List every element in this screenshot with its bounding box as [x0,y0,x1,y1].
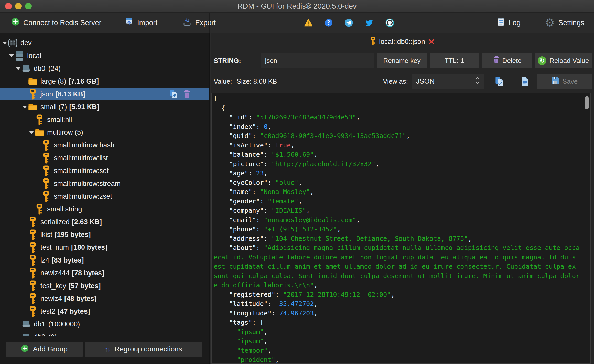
panel-splitter[interactable] [209,33,211,364]
tree-item-small-multirow-stream[interactable]: small:multirow:stream [0,177,209,190]
key-icon [28,267,37,279]
import-icon [125,18,133,28]
tree-item-small-7-[interactable]: small (7)[5.91 KB] [0,100,209,113]
ttl-button[interactable]: TTL:-1 [430,53,479,68]
folder-icon [28,103,37,111]
titlebar: RDM - GUI for Redis® 2020.5.0-dev [0,0,594,13]
add-group-button[interactable]: Add Group [6,342,83,357]
value-label: Value: [214,77,232,85]
plus-circle-icon [11,18,19,28]
value-editor-area[interactable]: [ { "_id": "5f7b26973c483ea3479d4e53", "… [211,93,591,364]
tree-item-test2[interactable]: test2[47 bytes] [0,305,209,318]
tree-item-test-key[interactable]: test_key[57 bytes] [0,279,209,292]
delete-key-button[interactable]: Delete [482,53,533,68]
close-window-button[interactable] [5,3,12,9]
expand-arrow-icon[interactable] [2,42,8,44]
value-editor[interactable]: [ { "_id": "5f7b26973c483ea3479d4e53", "… [212,93,590,364]
gear-icon: ⚙ [545,17,555,28]
regroup-connections-button[interactable]: ↑↓ Regroup connections [85,342,202,357]
tree-item-small-multirow-list[interactable]: small:multirow:list [0,152,209,164]
reload-icon: ↻ [538,56,546,65]
plus-circle-icon [21,345,29,354]
key-icon [35,114,44,126]
expand-arrow-icon[interactable] [8,54,15,57]
database-icon [21,333,31,336]
copy-key-icon[interactable] [169,89,178,99]
chevron-updown-icon [475,76,480,87]
github-icon[interactable] [385,18,394,27]
rename-key-button[interactable]: Rename key [377,53,427,68]
tree-item-small-multirow-zset[interactable]: small:multirow:zset [0,190,209,203]
telegram-icon[interactable] [344,18,353,27]
key-icon [28,242,37,253]
value-scrollbar-thumb[interactable] [585,96,589,109]
tree-item-multirow-5-[interactable]: multirow (5) [0,126,209,139]
import-button[interactable]: Import [125,18,157,28]
tree-item-dev[interactable]: dev [0,37,209,49]
key-icon [28,280,37,292]
view-as-select[interactable]: JSON [412,74,484,89]
help-icon[interactable]: ? [325,19,333,27]
key-icon [28,88,37,100]
connect-to-redis-server-button[interactable]: Connect to Redis Server [11,18,101,28]
key-icon [28,255,37,266]
tree-item-large-8-[interactable]: large (8)[7.16 GB] [0,75,209,88]
tree-item-small-string[interactable]: small:string [0,203,209,215]
database-icon [21,65,31,72]
tree-item-db0[interactable]: db0(24) [0,62,209,75]
servergroup-icon [8,37,17,49]
tree-item-local[interactable]: local [0,49,209,62]
tree-item-newlz444[interactable]: newlz444[78 bytes] [0,267,209,279]
key-name-input[interactable] [261,53,374,68]
tree-item-json[interactable]: json[8.13 KB] [0,88,209,100]
tree-item-lkist[interactable]: lkist[195 bytes] [0,228,209,241]
expand-arrow-icon[interactable] [15,67,21,70]
tree-item-serialized[interactable]: serialized[2.63 KB] [0,215,209,228]
tree-item-lz4[interactable]: lz4[83 bytes] [0,254,209,267]
settings-button[interactable]: ⚙ Settings [545,17,584,28]
tree-item-small-hll[interactable]: small:hll [0,113,209,126]
floppy-disk-icon [551,76,559,86]
zoom-window-button[interactable] [25,3,32,9]
expand-arrow-icon[interactable] [21,106,28,108]
delete-key-icon[interactable] [183,90,190,98]
key-icon [28,306,37,317]
view-as-text-icon[interactable] [521,77,528,86]
open-value-in-editor-icon[interactable] [495,77,504,86]
reload-value-button[interactable]: ↻ Reload Value [535,53,592,68]
sort-arrows-icon: ↑↓ [105,345,110,353]
key-icon [28,216,37,228]
key-icon [41,140,51,151]
database-icon [21,320,31,328]
tab-local-db0-json[interactable]: local::db0::json [370,36,435,47]
close-tab-icon[interactable] [428,38,435,45]
export-icon [183,18,191,28]
key-icon [41,178,51,189]
log-button[interactable]: Log [497,17,521,28]
twitter-icon[interactable] [365,19,374,27]
tree-item-newlz4[interactable]: newlz4[48 bytes] [0,292,209,305]
minimize-window-button[interactable] [15,3,22,9]
folder-icon [28,77,37,86]
tree-item-db2[interactable]: db2(0) [0,331,209,336]
tree-item-db1[interactable]: db1(1000000) [0,318,209,331]
save-button[interactable]: Save [537,74,592,89]
key-icon [370,36,376,47]
toolbar-divider [209,13,210,33]
window-title: RDM - GUI for Redis® 2020.5.0-dev [237,2,357,10]
tree-item-test-num[interactable]: test_num[180 bytes] [0,241,209,254]
sidebar: devlocaldb0(24)large (8)[7.16 GB]json[8.… [0,33,209,364]
value-size: Size: 8.08 KB [237,77,277,85]
key-icon [35,203,44,215]
server-icon [15,50,24,61]
key-icon [28,293,37,304]
tab-title: local::db0::json [379,38,425,46]
key-editor-pane: local::db0::json STRING: Rename key TTL:… [211,33,594,364]
expand-arrow-icon[interactable] [28,131,35,134]
tree-item-small-multirow-hash[interactable]: small:multirow:hash [0,139,209,152]
tree-item-small-multirow-set[interactable]: small:multirow:set [0,164,209,177]
export-button[interactable]: Export [183,18,216,28]
trash-icon [493,56,499,65]
key-icon [41,191,51,202]
warning-icon[interactable] [304,19,313,27]
